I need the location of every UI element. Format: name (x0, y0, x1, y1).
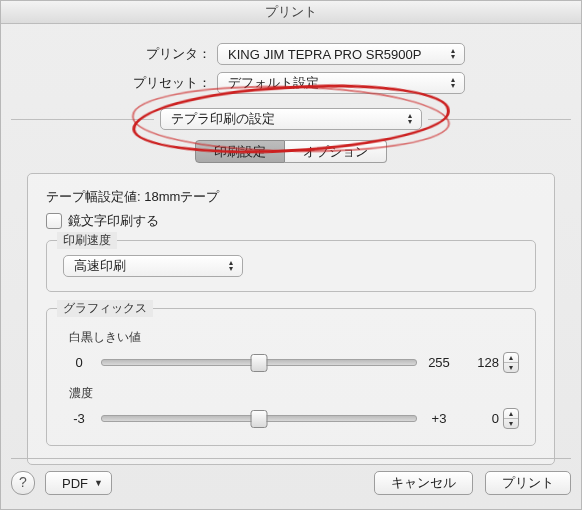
speed-group-title: 印刷速度 (57, 232, 117, 249)
tab-options[interactable]: オプション (285, 140, 387, 163)
tape-width-line: テープ幅設定値: 18mmテープ (46, 188, 536, 206)
density-stepper[interactable]: 0 ▴▾ (465, 408, 519, 429)
threshold-slider[interactable] (101, 359, 417, 366)
stepper-buttons-icon[interactable]: ▴▾ (503, 408, 519, 429)
threshold-thumb[interactable] (251, 354, 268, 372)
section-value: テプラ印刷の設定 (171, 110, 275, 128)
threshold-value: 128 (465, 355, 503, 370)
cancel-button[interactable]: キャンセル (374, 471, 473, 495)
speed-group: 印刷速度 高速印刷 ▴▾ (46, 240, 536, 292)
printer-label: プリンタ： (11, 45, 217, 63)
density-value: 0 (465, 411, 503, 426)
preset-popup[interactable]: デフォルト設定 ▴▾ (217, 72, 465, 94)
density-max: +3 (423, 411, 455, 426)
preset-label: プリセット： (11, 74, 217, 92)
pdf-menu-button[interactable]: PDF ▼ (45, 471, 112, 495)
chevron-up-down-icon: ▴▾ (446, 77, 460, 89)
print-dialog: プリント プリンタ： KING JIM TEPRA PRO SR5900P ▴▾… (0, 0, 582, 510)
density-min: -3 (63, 411, 95, 426)
mirror-checkbox[interactable] (46, 213, 62, 229)
graphics-group: グラフィックス 白黒しきい値 0 255 128 ▴▾ (46, 308, 536, 446)
stepper-buttons-icon[interactable]: ▴▾ (503, 352, 519, 373)
chevron-up-down-icon: ▴▾ (403, 113, 417, 125)
density-slider[interactable] (101, 415, 417, 422)
print-button[interactable]: プリント (485, 471, 571, 495)
speed-popup[interactable]: 高速印刷 ▴▾ (63, 255, 243, 277)
threshold-label: 白黒しきい値 (69, 329, 519, 346)
section-separator: テプラ印刷の設定 ▴▾ (11, 108, 571, 130)
threshold-min: 0 (63, 355, 95, 370)
dialog-footer: ? PDF ▼ キャンセル プリント (11, 458, 571, 495)
speed-value: 高速印刷 (74, 257, 126, 275)
density-row: 濃度 -3 +3 0 ▴▾ (63, 385, 519, 429)
printer-value: KING JIM TEPRA PRO SR5900P (228, 47, 421, 62)
threshold-max: 255 (423, 355, 455, 370)
help-button[interactable]: ? (11, 471, 35, 495)
mirror-label: 鏡文字印刷する (68, 212, 159, 230)
window-title: プリント (1, 1, 581, 24)
section-popup[interactable]: テプラ印刷の設定 ▴▾ (160, 108, 422, 130)
tabs: 印刷設定 オプション (11, 140, 571, 163)
printer-popup[interactable]: KING JIM TEPRA PRO SR5900P ▴▾ (217, 43, 465, 65)
threshold-stepper[interactable]: 128 ▴▾ (465, 352, 519, 373)
chevron-up-down-icon: ▴▾ (224, 260, 238, 272)
density-label: 濃度 (69, 385, 519, 402)
tab-print-settings[interactable]: 印刷設定 (195, 140, 285, 163)
threshold-row: 白黒しきい値 0 255 128 ▴▾ (63, 329, 519, 373)
graphics-group-title: グラフィックス (57, 300, 153, 317)
triangle-down-icon: ▼ (94, 478, 103, 488)
preset-value: デフォルト設定 (228, 74, 319, 92)
chevron-up-down-icon: ▴▾ (446, 48, 460, 60)
settings-panel: テープ幅設定値: 18mmテープ 鏡文字印刷する 印刷速度 高速印刷 ▴▾ グラ… (27, 173, 555, 465)
density-thumb[interactable] (251, 410, 268, 428)
